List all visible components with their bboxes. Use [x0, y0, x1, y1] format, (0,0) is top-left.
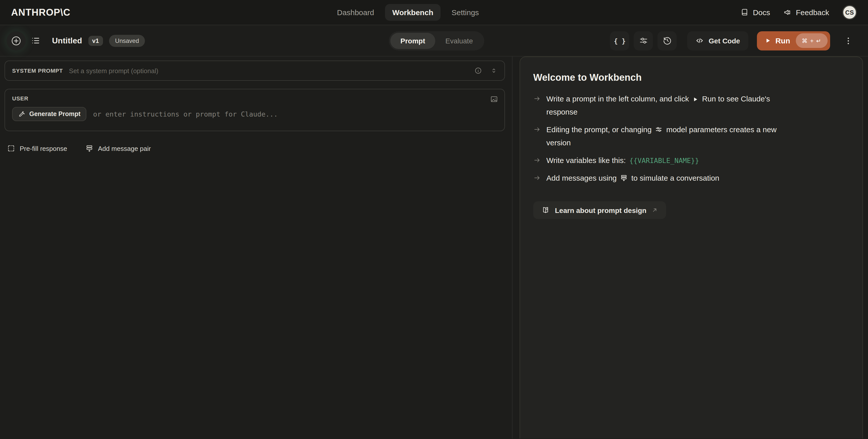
expand-icon[interactable] — [490, 67, 497, 74]
message-pair-icon — [620, 174, 628, 182]
image-upload-icon[interactable] — [490, 95, 498, 103]
tab-evaluate[interactable]: Evaluate — [435, 33, 483, 49]
learn-button-label: Learn about prompt design — [555, 206, 646, 214]
main-content: SYSTEM PROMPT Set a system prompt (optio… — [0, 57, 868, 439]
bullet-text: Write variables like this: — [546, 156, 626, 165]
prompt-list-button[interactable] — [26, 31, 45, 50]
toolbar-left: Untitled v1 Unsaved — [6, 31, 145, 50]
sliders-icon — [655, 126, 663, 133]
prefill-response-label: Pre-fill response — [20, 144, 67, 152]
user-label: USER — [12, 95, 497, 101]
arrow-right-icon — [533, 174, 541, 185]
nav-dashboard[interactable]: Dashboard — [330, 4, 381, 21]
avatar[interactable]: CS — [842, 5, 857, 20]
play-icon — [764, 37, 771, 44]
run-button[interactable]: Run ⌘ + ↵ — [757, 31, 830, 50]
prefill-response-button[interactable]: Pre-fill response — [7, 144, 67, 153]
feedback-label: Feedback — [796, 8, 829, 16]
run-shortcut: ⌘ + ↵ — [796, 33, 828, 48]
arrow-right-icon — [533, 126, 541, 149]
more-options-button[interactable] — [839, 31, 858, 50]
code-icon — [695, 36, 704, 45]
mode-tabs: Prompt Evaluate — [389, 31, 485, 50]
top-navbar: ANTHROP\C Dashboard Workbench Settings D… — [0, 0, 868, 25]
variable-code: {{VARIABLE_NAME}} — [629, 157, 699, 165]
open-book-icon — [541, 206, 550, 214]
bullet-text: to simulate a conversation — [631, 174, 719, 182]
learn-prompt-design-button[interactable]: Learn about prompt design — [533, 201, 666, 219]
welcome-bullet-versions: Editing the prompt, or changingmodel par… — [533, 123, 848, 149]
run-label: Run — [775, 36, 790, 45]
docs-link[interactable]: Docs — [740, 8, 770, 16]
add-message-pair-button[interactable]: Add message pair — [85, 144, 151, 153]
arrow-right-icon — [533, 95, 541, 119]
system-prompt-label: SYSTEM PROMPT — [12, 68, 63, 74]
bullet-text: Write a prompt in the left column, and c… — [546, 94, 689, 103]
prompt-editor-pane: SYSTEM PROMPT Set a system prompt (optio… — [0, 57, 513, 439]
feedback-link[interactable]: Feedback — [783, 8, 829, 16]
book-icon — [740, 8, 749, 16]
primary-nav: Dashboard Workbench Settings — [330, 0, 486, 25]
tab-prompt[interactable]: Prompt — [390, 33, 435, 49]
arrow-up-right-icon — [651, 207, 658, 213]
megaphone-icon — [783, 8, 792, 16]
response-panel: Welcome to Workbench Write a prompt in t… — [520, 57, 863, 439]
circle-plus-icon — [10, 35, 22, 46]
toolbar-right: Get Code Run ⌘ + ↵ — [610, 31, 858, 50]
navbar-right: Docs Feedback CS — [740, 5, 857, 20]
dashed-box-icon — [7, 144, 15, 153]
welcome-bullet-run: Write a prompt in the left column, and c… — [533, 92, 848, 119]
welcome-bullet-variables: Write variables like this:{{VARIABLE_NAM… — [533, 154, 848, 167]
message-actions: Pre-fill response Add message pair — [4, 144, 505, 153]
get-code-button[interactable]: Get Code — [687, 31, 748, 50]
prompt-title[interactable]: Untitled — [52, 36, 82, 45]
info-icon[interactable] — [474, 67, 482, 75]
version-history-button[interactable] — [658, 31, 677, 50]
generate-prompt-button[interactable]: Generate Prompt — [12, 107, 87, 121]
bullet-text: Add messages using — [546, 174, 617, 182]
workbench-toolbar: Untitled v1 Unsaved Prompt Evaluate — [0, 25, 868, 57]
history-icon — [662, 36, 672, 45]
wand-icon — [18, 110, 25, 117]
kebab-icon — [844, 36, 853, 45]
add-message-pair-label: Add message pair — [98, 144, 151, 152]
status-badge: Unsaved — [109, 35, 145, 47]
welcome-bullets: Write a prompt in the left column, and c… — [533, 92, 848, 185]
user-message-field[interactable]: USER — [4, 89, 505, 131]
model-parameters-button[interactable] — [634, 31, 653, 50]
welcome-title: Welcome to Workbench — [533, 72, 848, 83]
get-code-label: Get Code — [709, 37, 740, 45]
docs-label: Docs — [753, 8, 770, 16]
variables-button[interactable] — [610, 31, 629, 50]
generate-prompt-label: Generate Prompt — [29, 110, 81, 117]
arrow-right-icon — [533, 157, 541, 167]
play-icon — [692, 96, 699, 102]
bullet-text: Editing the prompt, or changing — [546, 125, 652, 134]
anthropic-logo[interactable]: ANTHROP\C — [11, 7, 70, 18]
nav-workbench[interactable]: Workbench — [385, 4, 440, 21]
user-placeholder: or enter instructions or prompt for Clau… — [93, 110, 278, 118]
pane-divider[interactable] — [513, 57, 520, 439]
list-icon — [31, 36, 40, 45]
message-pair-icon — [85, 144, 93, 153]
version-badge[interactable]: v1 — [88, 36, 103, 46]
sliders-icon — [639, 36, 648, 45]
system-prompt-placeholder: Set a system prompt (optional) — [69, 67, 474, 74]
new-prompt-button[interactable] — [6, 31, 26, 50]
nav-settings[interactable]: Settings — [444, 4, 486, 21]
app: ANTHROP\C Dashboard Workbench Settings D… — [0, 0, 868, 439]
system-prompt-field[interactable]: SYSTEM PROMPT Set a system prompt (optio… — [4, 61, 505, 81]
braces-icon — [614, 36, 626, 45]
welcome-bullet-messages: Add messages usingto simulate a conversa… — [533, 172, 848, 185]
